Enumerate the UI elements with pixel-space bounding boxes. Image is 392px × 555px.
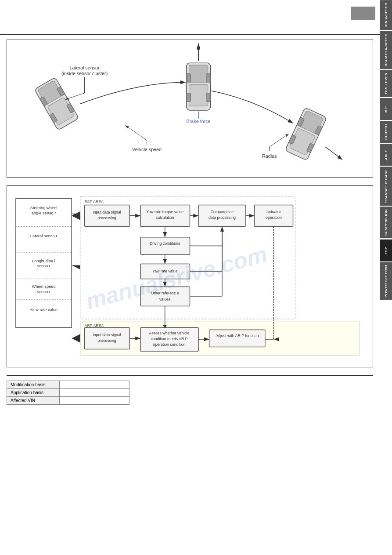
svg-text:data processing: data processing xyxy=(209,215,236,220)
svg-rect-76 xyxy=(140,287,190,306)
main-content: manualsrive.com xyxy=(0,35,380,409)
modification-basis-label: Modification basis xyxy=(7,381,60,389)
svg-text:Steering wheel: Steering wheel xyxy=(30,206,58,210)
svg-text:calculation: calculation xyxy=(156,215,174,220)
flow-diagram-svg: Steering wheel angle senso r Lateral sen… xyxy=(14,192,366,359)
sidebar-tab-ion4[interactable]: ION 4-SPEED xyxy=(380,0,392,30)
car-diagram-svg: Lateral sensor (inside sensor cluster) B… xyxy=(14,47,366,170)
svg-rect-12 xyxy=(187,93,191,102)
svg-text:ESP AREA: ESP AREA xyxy=(85,200,104,204)
table-row-modification: Modification basis xyxy=(7,381,129,389)
sidebar-tab-esp[interactable]: ESP xyxy=(380,239,392,261)
top-bar xyxy=(0,0,380,35)
svg-text:operation condition: operation condition xyxy=(153,342,185,347)
svg-text:Ya w rate value: Ya w rate value xyxy=(30,308,58,312)
table-row-application: Application basis xyxy=(7,389,129,397)
sidebar-tab-powersteering[interactable]: POWER STEERIN xyxy=(380,262,392,300)
sidebar-tab-clutch[interactable]: CLUTCH xyxy=(380,121,392,143)
svg-text:values: values xyxy=(159,297,171,301)
radius-label: Radius xyxy=(262,153,277,159)
svg-text:Actuator: Actuator xyxy=(266,210,281,214)
svg-text:(inside sensor cluster): (inside sensor cluster) xyxy=(61,71,108,76)
svg-marker-100 xyxy=(72,211,80,220)
svg-text:senso r: senso r xyxy=(37,264,50,268)
svg-rect-8 xyxy=(189,65,208,82)
vehicle-speed-label: Vehicle speed xyxy=(132,147,162,152)
svg-text:Longitudina l: Longitudina l xyxy=(32,259,55,263)
brake-force-label: Brake force xyxy=(187,119,211,124)
application-basis-label: Application basis xyxy=(7,389,60,397)
svg-text:Input data signal: Input data signal xyxy=(93,333,121,337)
svg-marker-49 xyxy=(72,265,80,270)
svg-rect-10 xyxy=(187,74,191,83)
sidebar-tab-dsim78[interactable]: DSI M78 6-SPEED xyxy=(380,31,392,69)
svg-text:condition meets AR P: condition meets AR P xyxy=(151,337,187,341)
svg-text:Wheel speed: Wheel speed xyxy=(32,284,55,289)
sidebar-tab-suspension[interactable]: SUSPENS ION xyxy=(380,207,392,238)
sidebar-tab-tgslever[interactable]: TGS LEVER xyxy=(380,70,392,97)
svg-text:processing: processing xyxy=(97,338,116,343)
svg-text:Lateral senso r: Lateral senso r xyxy=(30,234,58,238)
sidebar-tab-axle[interactable]: AXLE xyxy=(380,144,392,166)
svg-text:angle senso r: angle senso r xyxy=(32,211,56,215)
page-number xyxy=(351,7,375,20)
svg-text:processing: processing xyxy=(97,216,116,220)
info-table: Modification basis Application basis Aff… xyxy=(7,381,129,405)
svg-text:Assess whether vehicle: Assess whether vehicle xyxy=(149,331,190,335)
svg-text:Yaw rate torque value: Yaw rate torque value xyxy=(146,210,183,214)
svg-line-26 xyxy=(65,93,85,100)
sidebar-tab-mt[interactable]: M/T xyxy=(380,98,392,120)
sidebar: ION 4-SPEED DSI M78 6-SPEED TGS LEVER M/… xyxy=(380,0,392,555)
svg-line-32 xyxy=(325,147,342,160)
svg-text:Adjust with AR P function: Adjust with AR P function xyxy=(216,334,259,338)
svg-line-29 xyxy=(126,125,147,140)
svg-text:Other referenc e: Other referenc e xyxy=(151,291,179,295)
lateral-sensor-label: Lateral sensor xyxy=(69,65,100,70)
svg-text:Comparativ e: Comparativ e xyxy=(211,210,234,214)
application-basis-value xyxy=(59,389,129,397)
svg-text:operation: operation xyxy=(266,215,282,220)
svg-rect-11 xyxy=(206,74,211,83)
svg-rect-9 xyxy=(189,84,208,106)
svg-rect-13 xyxy=(206,93,211,102)
table-row-affected: Affected VIN xyxy=(7,397,129,405)
affected-vin-value xyxy=(59,397,129,405)
svg-text:Input data signal: Input data signal xyxy=(93,210,121,214)
svg-text:senso r: senso r xyxy=(37,290,50,294)
flow-diagram-box: Steering wheel angle senso r Lateral sen… xyxy=(7,185,373,367)
car-diagram-box: Lateral sensor (inside sensor cluster) B… xyxy=(7,40,373,178)
svg-text:ARP AREA: ARP AREA xyxy=(85,323,104,328)
sidebar-tab-transfercase[interactable]: TRANSFE R CASE xyxy=(380,167,392,206)
svg-text:Driving  conditions: Driving conditions xyxy=(150,241,180,246)
svg-marker-101 xyxy=(72,334,80,343)
bottom-table-area: Modification basis Application basis Aff… xyxy=(7,375,373,405)
modification-basis-value xyxy=(59,381,129,389)
svg-line-31 xyxy=(270,134,289,147)
affected-vin-label: Affected VIN xyxy=(7,397,60,405)
svg-rect-95 xyxy=(209,330,265,347)
svg-rect-70 xyxy=(140,237,190,254)
svg-text:Yaw rate value: Yaw rate value xyxy=(152,269,178,273)
